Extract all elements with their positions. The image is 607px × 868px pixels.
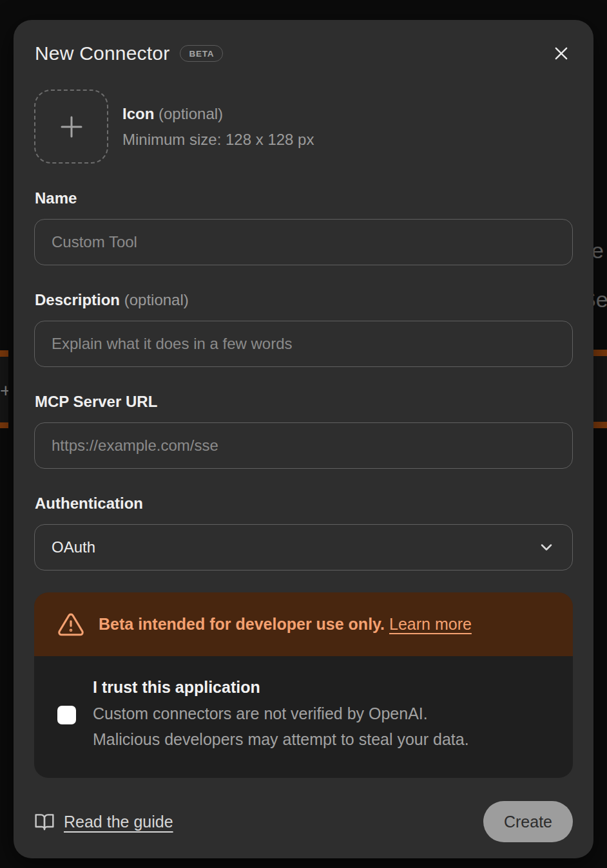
trust-description: Custom connectors are not verified by Op… (93, 701, 469, 752)
description-input[interactable] (34, 321, 573, 367)
warning-text: Beta intended for developer use only. Le… (99, 615, 472, 634)
close-button[interactable] (550, 42, 573, 65)
authentication-label: Authentication (34, 495, 573, 513)
icon-upload-dropzone[interactable] (34, 90, 108, 164)
icon-size-hint: Minimum size: 128 x 128 px (122, 131, 314, 149)
description-optional-label: (optional) (124, 291, 189, 308)
read-guide-link[interactable]: Read the guide (34, 811, 173, 832)
description-label: Description (optional) (34, 291, 573, 309)
new-connector-dialog: New Connector BETA Icon (optional) Mini (14, 20, 593, 858)
close-icon (552, 44, 570, 62)
mcp-url-input[interactable] (34, 422, 573, 469)
dialog-footer: Read the guide Create (34, 801, 573, 842)
trust-checkbox[interactable] (57, 706, 76, 724)
icon-upload-section: Icon (optional) Minimum size: 128 x 128 … (34, 90, 573, 164)
beta-warning-banner: Beta intended for developer use only. Le… (34, 592, 573, 656)
backdrop-plus-fragment: + (0, 380, 8, 402)
read-guide-label: Read the guide (64, 813, 173, 831)
trust-section: I trust this application Custom connecto… (34, 656, 573, 778)
trust-title: I trust this application (93, 678, 469, 697)
learn-more-link[interactable]: Learn more (389, 615, 472, 633)
book-open-icon (34, 811, 55, 832)
chevron-down-icon (537, 538, 555, 556)
create-button[interactable]: Create (483, 801, 573, 842)
backdrop-accent-bar (0, 350, 8, 357)
authentication-selected-value: OAuth (52, 538, 95, 556)
warning-triangle-icon (57, 611, 84, 638)
icon-optional-label: (optional) (159, 105, 223, 122)
name-input[interactable] (34, 219, 573, 265)
name-label: Name (34, 189, 573, 207)
icon-label: Icon (122, 105, 154, 122)
backdrop-accent-bar (0, 422, 8, 428)
plus-icon (57, 112, 86, 142)
icon-upload-meta: Icon (optional) Minimum size: 128 x 128 … (122, 105, 314, 149)
dialog-header: New Connector BETA (34, 42, 573, 65)
beta-badge: BETA (180, 45, 223, 62)
backdrop-text-fragment: e (592, 238, 607, 264)
authentication-select[interactable]: OAuth (34, 524, 573, 571)
mcp-url-label: MCP Server URL (34, 393, 573, 411)
dialog-title: New Connector (35, 42, 169, 64)
trust-text-block: I trust this application Custom connecto… (93, 678, 469, 752)
